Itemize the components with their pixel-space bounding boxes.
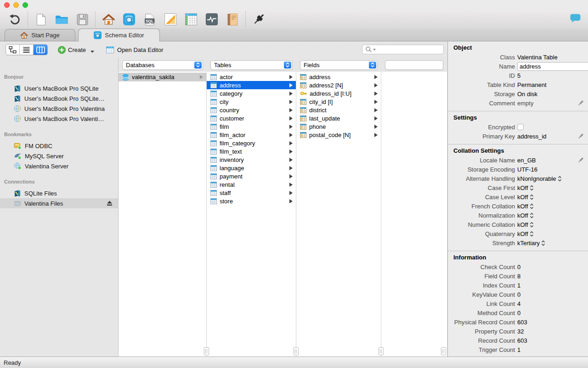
list-item-film-actor[interactable]: film_actor: [207, 131, 296, 139]
list-view-button[interactable]: [20, 45, 34, 55]
sql-editor-button[interactable]: SQL: [143, 12, 157, 26]
list-item-payment[interactable]: payment: [207, 172, 296, 180]
status-bar: Ready: [0, 356, 588, 368]
undo-button[interactable]: [8, 12, 22, 26]
value-stepper-icon[interactable]: [530, 231, 534, 237]
empty-select[interactable]: [385, 60, 443, 70]
edit-pencil-icon[interactable]: [578, 133, 584, 139]
save-button[interactable]: [75, 12, 89, 26]
value-stepper-icon[interactable]: [530, 213, 534, 218]
edit-pencil-icon[interactable]: [578, 100, 584, 106]
value-stepper-icon[interactable]: [530, 194, 534, 200]
list-item-film-text[interactable]: film_text: [207, 147, 296, 155]
sqlite-host-icon: [14, 95, 21, 102]
column-resize-handle[interactable]: [294, 347, 299, 355]
list-item-address[interactable]: address: [207, 81, 296, 89]
list-item-actor[interactable]: actor: [207, 73, 296, 81]
connect-button[interactable]: [252, 12, 266, 26]
report-button[interactable]: [226, 12, 239, 26]
sidebar-item-user-s-macbook-pro-sqlite[interactable]: User's MacBook Pro SQLite: [0, 83, 118, 93]
tree-view-button[interactable]: [6, 45, 20, 55]
close-window-button[interactable]: [4, 2, 10, 8]
value-stepper-icon[interactable]: [530, 185, 534, 191]
list-item-city[interactable]: city: [207, 98, 296, 106]
inspector-section-collation-settings: Collation SettingsLocale Nameen_GBStorag…: [448, 144, 588, 251]
tab-schema-editor[interactable]: Schema Editor: [78, 29, 160, 41]
column-resize-handle[interactable]: [204, 347, 209, 355]
inspector-value-text: en_GB: [517, 157, 536, 164]
tables-select[interactable]: Tables: [210, 60, 293, 70]
column-view-button[interactable]: [34, 45, 47, 55]
minimize-window-button[interactable]: [13, 2, 19, 8]
sidebar-item-user-s-macbook-pro-valentina[interactable]: User's MacBook Pro Valentina: [0, 104, 118, 114]
inspector-row-label: Normalization: [448, 212, 515, 219]
inspector-value-text: 32: [517, 328, 524, 335]
column-resize-handle[interactable]: [379, 347, 384, 355]
inspector-row-primary-key: Primary Keyaddress_id: [448, 132, 588, 141]
list-item-customer[interactable]: customer: [207, 114, 296, 122]
table-small-icon: [210, 165, 217, 171]
table-small-icon: [210, 107, 217, 113]
list-item-address2-n-[interactable]: address2 [N]: [296, 81, 381, 89]
sidebar-item-label: User's MacBook Pro SQLite: [24, 85, 110, 92]
databases-select[interactable]: Databases: [122, 60, 203, 70]
list-item-language[interactable]: language: [207, 164, 296, 172]
list-item-city-id-i-[interactable]: city_id [I]: [296, 98, 381, 106]
sidebar-item-user-s-macbook-pro-valentina-s-[interactable]: User's MacBook Pro Valentina (S…: [0, 114, 118, 124]
sidebar-item-user-s-macbook-pro-sqlite-ssl-[interactable]: User's MacBook Pro SQLite (SSL): [0, 93, 118, 104]
list-item-address[interactable]: address: [296, 73, 381, 81]
list-item-phone[interactable]: phone: [296, 122, 381, 131]
inspector-row-value: 1: [517, 346, 520, 353]
value-stepper-icon[interactable]: [530, 222, 534, 228]
name-input[interactable]: [517, 62, 588, 71]
sidebar-item-mysql-server[interactable]: MySQL Server: [0, 151, 118, 161]
sidebar-item-sqlite-files[interactable]: SQLite Files: [0, 188, 118, 198]
zoom-window-button[interactable]: [23, 2, 28, 8]
list-item-film-category[interactable]: film_category: [207, 139, 296, 147]
column-resize-handle[interactable]: [441, 347, 446, 355]
inspector-row-strength: StrengthkTertiary: [448, 238, 588, 247]
list-item-inventory[interactable]: inventory: [207, 155, 296, 164]
home-button[interactable]: [102, 12, 115, 26]
sidebar-item-valentina-server[interactable]: Valentina Server: [0, 161, 118, 171]
list-item-film[interactable]: film: [207, 122, 296, 131]
encrypted-checkbox[interactable]: [517, 124, 524, 130]
tab-start-page[interactable]: Start Page: [5, 29, 75, 41]
fields-select[interactable]: Fields: [300, 60, 378, 70]
list-item-staff[interactable]: staff: [207, 189, 296, 197]
list-item-district[interactable]: district: [296, 106, 381, 114]
sidebar-item-fm-odbc[interactable]: FM ODBC: [0, 141, 118, 151]
feedback-chat-button[interactable]: [570, 14, 581, 25]
list-item-store[interactable]: store: [207, 197, 296, 205]
monitor-button[interactable]: [205, 12, 219, 26]
sidebar-item-label: User's MacBook Pro SQLite (SSL): [24, 95, 118, 102]
sidebar-item-valentina-files[interactable]: Valentina Files: [0, 198, 118, 208]
create-button[interactable]: Create: [58, 46, 94, 54]
schema-editor-button[interactable]: [122, 12, 136, 26]
new-document-button[interactable]: [34, 12, 48, 26]
list-item-category[interactable]: category: [207, 89, 296, 98]
diagram-button[interactable]: [164, 12, 177, 26]
column-header: [381, 58, 447, 72]
inspector-row-physical-record-count: Physical Record Count603: [448, 317, 588, 327]
inspector-row-label: Record Count: [448, 337, 515, 344]
open-folder-button[interactable]: [55, 12, 68, 26]
table-small-icon: [210, 198, 217, 204]
list-item-last-update[interactable]: last_update: [296, 114, 381, 122]
value-stepper-icon[interactable]: [558, 176, 562, 182]
data-editor-button[interactable]: [184, 12, 198, 26]
eject-icon[interactable]: [107, 201, 113, 206]
schema-search-input[interactable]: [362, 45, 444, 54]
list-item-country[interactable]: country: [207, 106, 296, 114]
list-item-postal-code-n-[interactable]: postal_code [N]: [296, 131, 381, 139]
list-item-address-id-i-u-[interactable]: address_id [I:U]: [296, 89, 381, 98]
expand-arrow-icon: [374, 75, 378, 79]
edit-pencil-icon[interactable]: [578, 157, 584, 163]
table-small-icon: [210, 91, 217, 97]
list-item-rental[interactable]: rental: [207, 180, 296, 189]
list-item-valentina-sakila[interactable]: valentina_sakila: [119, 73, 206, 81]
open-data-editor-button[interactable]: Open Data Editor: [106, 46, 163, 53]
value-stepper-icon[interactable]: [541, 240, 545, 246]
inspector-row-value: 5: [517, 72, 520, 79]
value-stepper-icon[interactable]: [530, 203, 534, 209]
